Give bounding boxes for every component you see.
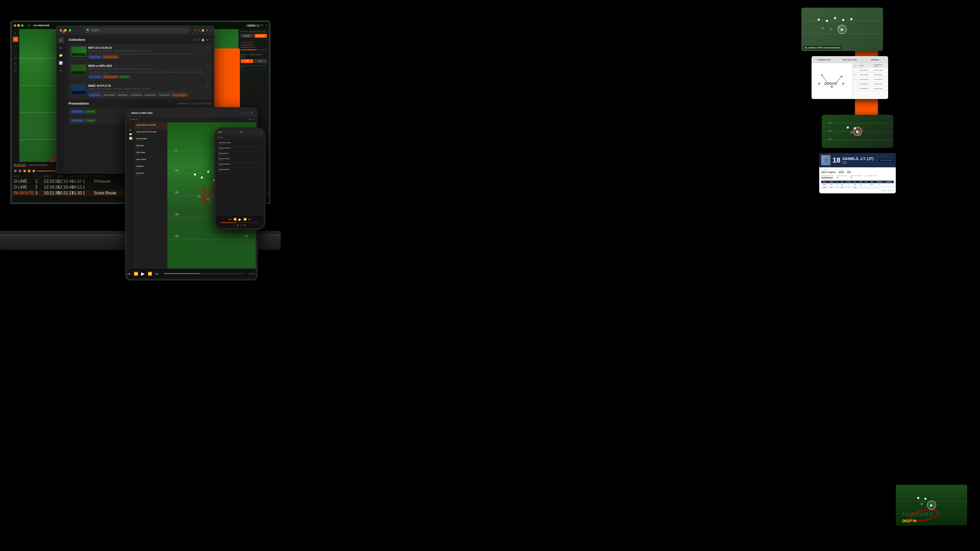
tablet-progress[interactable] — [164, 273, 244, 274]
tc-fwd[interactable]: ⏩ — [148, 272, 152, 276]
ts-folder[interactable]: 📁 — [129, 133, 132, 135]
upload-icon[interactable]: ⬆ — [194, 38, 196, 41]
tablet-list-item-4[interactable]: Michigan 1:58 — [134, 143, 167, 150]
p-max[interactable] — [221, 132, 222, 133]
pres-tag-overview-2[interactable]: Overview — [85, 119, 96, 122]
share-icon[interactable]: ⬆ — [194, 29, 196, 32]
phone-prev[interactable]: ⏮ — [229, 218, 231, 221]
phone-progress[interactable] — [221, 222, 259, 223]
circle-tool[interactable]: ○ — [13, 43, 18, 48]
grid-icon[interactable]: ⊞ — [206, 29, 208, 32]
tc-back[interactable]: ⏪ — [134, 272, 138, 276]
tag-bill-2[interactable]: Bill McCarthy — [88, 76, 102, 78]
draw-tool[interactable]: ✏ — [13, 37, 18, 42]
step-fwd-btn[interactable]: ⏩ — [32, 169, 35, 172]
tablet-list-item-3[interactable]: Florida State 2:12 — [134, 136, 167, 143]
c3-play-btn[interactable]: ▶ — [853, 127, 862, 136]
phone-next[interactable]: ⏭ — [248, 218, 251, 221]
refresh-icon[interactable]: ↻ — [198, 29, 200, 32]
back-arrow[interactable]: ‹ — [75, 29, 76, 32]
collection-item-2[interactable]: WIUN vs INPU 2022 Modified Date: 2022/20… — [68, 62, 211, 81]
menu-icon-2[interactable]: ≡ — [210, 38, 211, 41]
ts-chart[interactable]: 📊 — [129, 137, 132, 140]
tag-blake[interactable]: Blake Tabishi — [103, 94, 116, 97]
tc-prev[interactable]: ⏮ — [127, 272, 130, 276]
phone-video-icon[interactable]: ▶ — [237, 224, 239, 227]
tc-next[interactable]: ⏭ — [155, 272, 159, 276]
forward-arrow[interactable]: › — [78, 29, 79, 32]
arrow-tool[interactable]: → — [13, 49, 18, 54]
settings-btn[interactable]: ⚙ — [260, 23, 263, 27]
tab-icon-2[interactable]: ≡ — [252, 118, 254, 121]
annotations-tab[interactable]: ANNOTATIONS — [28, 164, 48, 166]
reset-btn[interactable]: RESET — [241, 34, 253, 38]
collection-item-3[interactable]: MABC 34 KYLO 33 Modified Date: 2022/2022… — [68, 82, 211, 99]
close-dot-laptop[interactable] — [14, 24, 16, 27]
phone-item-1[interactable]: City Sites Games Tampa Bay — [217, 141, 263, 146]
phone-play[interactable]: ▶ — [239, 218, 242, 221]
text-tool[interactable]: T — [13, 61, 18, 66]
sidebar-settings[interactable]: ⚙ — [58, 68, 64, 74]
pres-tag-bill-1[interactable]: Bill McCarthy — [71, 110, 84, 113]
tablet-list-item-2[interactable]: University of Wisconsin 1:45 — [134, 129, 167, 136]
on-btn[interactable]: ON — [241, 59, 253, 63]
sidebar-collections[interactable]: 📁 — [58, 52, 64, 59]
tag-bill-1[interactable]: Bill McCarthy — [88, 56, 102, 59]
next-btn[interactable]: ⏭ — [18, 169, 21, 172]
tab-icon-1[interactable]: ⊕ — [249, 118, 251, 121]
bell-icon[interactable]: 🔔 — [201, 29, 204, 32]
phone-back[interactable]: ⏪ — [234, 218, 237, 221]
phone-home-icon[interactable]: ⌂ — [234, 224, 235, 227]
tag-joe[interactable]: Joe Marrows — [130, 94, 143, 97]
tablet-list-item-7[interactable]: Alabama 2:12 — [134, 164, 167, 171]
max-dot-laptop[interactable] — [21, 24, 24, 27]
manual-btn[interactable]: MANUAL — [255, 34, 267, 38]
phone-list-icon[interactable]: ≡ — [241, 224, 242, 227]
tablet-minimize[interactable]: — — [243, 111, 245, 114]
sidebar-home[interactable]: ⌂ — [58, 37, 64, 43]
show-all-button[interactable]: SHOW ALL COLLECTIONS — [177, 102, 211, 105]
play-pause-btn[interactable]: ▶ — [27, 169, 30, 172]
share-icon-laptop[interactable]: ⬆ — [27, 24, 30, 27]
phone-item-3[interactable]: Florida Games Offense — [217, 151, 263, 157]
pres-tag-bill-2[interactable]: Bill McCarthy — [71, 119, 84, 122]
refresh-icon-2[interactable]: ↻ — [198, 38, 200, 41]
prev-btn[interactable]: ⏮ — [14, 169, 17, 172]
tc-play[interactable]: ▶ — [141, 271, 145, 276]
upload-btn-3[interactable]: ⬆ — [207, 84, 209, 87]
upload-btn-2[interactable]: ⬆ — [207, 65, 209, 67]
tag-overview-2[interactable]: Overview — [119, 76, 130, 78]
phone-fwd[interactable]: ⏩ — [243, 218, 247, 221]
maximize-dot[interactable] — [68, 29, 71, 32]
tablet-list-item-6[interactable]: Notre Dame 1:45 — [134, 157, 167, 164]
tablet-list-item-5[interactable]: Ohio State 2:34 — [134, 150, 167, 157]
tag-tori[interactable]: Tori Erickson — [158, 94, 171, 97]
phone-icon-1[interactable]: ≡ — [261, 131, 262, 133]
playlist-tab[interactable]: PLAYLIST — [14, 164, 26, 167]
ts-play[interactable]: ▶ — [130, 128, 132, 131]
ts-home[interactable]: ⌂ — [130, 124, 131, 127]
p-min[interactable] — [220, 132, 221, 133]
c5-play-btn[interactable]: ▶ — [927, 500, 936, 510]
phone-settings-icon[interactable]: ⚙ — [243, 224, 245, 227]
tag-markb[interactable]: Mark Barry — [117, 94, 129, 97]
tablet-list-item-1[interactable]: University of Louisville 2:34 — [134, 122, 167, 129]
pres-tag-overview-1[interactable]: Overview — [85, 110, 96, 113]
menu-icon[interactable]: ≡ — [210, 29, 211, 32]
collection-item-1[interactable]: MIST 23 vs ILUN 15 Modified Date: 2022/2… — [68, 44, 211, 61]
p-close[interactable] — [218, 132, 219, 133]
tablet-list-item-8[interactable]: Clemson 1:58 — [134, 171, 167, 178]
phone-item-5[interactable]: 2nd Down Plays Analysis — [217, 162, 263, 168]
tag-mark3[interactable]: Mark Harrington — [172, 94, 188, 97]
phone-item-2[interactable]: Pressure Routes Defense — [217, 146, 263, 151]
pen-tool[interactable]: 🖊 — [13, 67, 18, 73]
phone-item-4[interactable]: Red Zone Plays Special — [217, 157, 263, 162]
tag-mark-1[interactable]: Mark Harrington — [103, 56, 118, 59]
sidebar-presentation[interactable]: 📊 — [58, 60, 64, 66]
tag-mark-2[interactable]: Mark Harrington — [103, 76, 118, 78]
off-btn[interactable]: OFF — [255, 59, 267, 63]
close-video-btn[interactable]: ✕ — [264, 23, 268, 27]
sidebar-video[interactable]: ▶ — [58, 44, 64, 51]
share-icon-2[interactable]: ⬆ — [206, 38, 208, 41]
tablet-close[interactable]: ✕ — [251, 111, 253, 114]
